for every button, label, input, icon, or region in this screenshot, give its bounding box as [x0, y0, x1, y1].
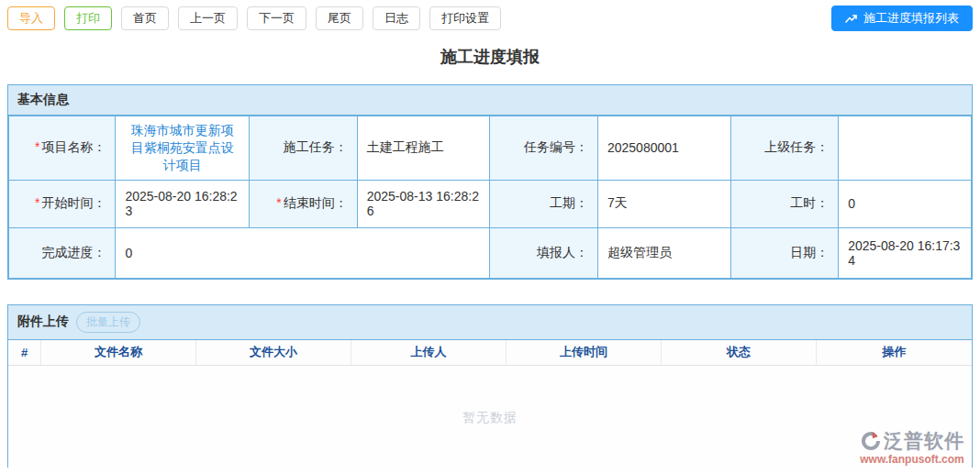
required-asterisk: * [35, 195, 39, 210]
end-time-value-cell: 2025-08-13 16:28:26 [357, 180, 490, 227]
col-file-size: 文件大小 [196, 340, 351, 365]
duration-value-cell: 7天 [597, 180, 730, 227]
vendor-brand-text: 泛普软件 [884, 431, 964, 450]
project-name-label: 项目名称： [41, 139, 106, 154]
work-hours-label: 工时： [790, 195, 829, 210]
col-status: 状态 [662, 340, 817, 365]
work-hours-value-cell: 0 [839, 180, 972, 227]
page-title: 施工进度填报 [0, 46, 980, 68]
col-actions: 操作 [817, 340, 972, 365]
parent-task-value-cell [839, 116, 972, 181]
vendor-url-text: www.fanpusoft.com [860, 454, 964, 465]
basic-info-section: 基本信息 *项目名称： 珠海市城市更新项目紫桐苑安置点设计项目 施工任务： 土建… [7, 84, 973, 280]
progress-label: 完成进度： [41, 245, 106, 259]
last-page-button[interactable]: 尾页 [316, 6, 363, 30]
project-name-label-cell: *项目名称： [9, 116, 116, 181]
progress-label-cell: 完成进度： [9, 227, 116, 278]
prev-page-button[interactable]: 上一页 [178, 6, 238, 30]
toolbar: 导入 打印 首页 上一页 下一页 尾页 日志 打印设置 施工进度填报列表 [0, 0, 980, 31]
end-time-label: 结束时间： [284, 195, 348, 210]
attachments-section: 附件上传 批量上传 # 文件名称 文件大小 上传人 上传时间 状态 操作 暂无数… [7, 304, 973, 468]
parent-task-label-cell: 上级任务： [730, 116, 838, 181]
batch-upload-button[interactable]: 批量上传 [76, 312, 140, 333]
fanpu-logo-icon [860, 430, 882, 452]
log-button[interactable]: 日志 [373, 6, 420, 30]
date-label-cell: 日期： [730, 227, 838, 278]
empty-state-text: 暂无数据 [462, 410, 518, 426]
project-name-link[interactable]: 珠海市城市更新项目紫桐苑安置点设计项目 [125, 122, 239, 174]
progress-report-list-button[interactable]: 施工进度填报列表 [831, 6, 973, 31]
work-hours-label-cell: 工时： [730, 180, 838, 227]
date-label: 日期： [790, 245, 829, 259]
end-time-label-cell: *结束时间： [250, 180, 357, 227]
progress-value-cell: 0 [116, 227, 490, 278]
date-value-cell: 2025-08-20 16:17:34 [839, 227, 972, 278]
basic-info-title: 基本信息 [17, 92, 69, 108]
vendor-watermark: 泛普软件 www.fanpusoft.com [860, 430, 964, 465]
basic-info-table: *项目名称： 珠海市城市更新项目紫桐苑安置点设计项目 施工任务： 土建工程施工 … [8, 116, 972, 279]
task-no-value-cell: 2025080001 [597, 116, 730, 181]
duration-label: 工期： [550, 195, 588, 210]
task-no-label: 任务编号： [524, 139, 588, 154]
col-file-name: 文件名称 [41, 340, 196, 365]
col-index: # [8, 340, 41, 365]
required-asterisk: * [276, 195, 281, 210]
import-button[interactable]: 导入 [7, 6, 55, 30]
task-no-label-cell: 任务编号： [490, 116, 597, 181]
reporter-label: 填报人： [537, 245, 588, 259]
duration-label-cell: 工期： [490, 180, 597, 227]
next-page-button[interactable]: 下一页 [247, 6, 306, 30]
col-uploader: 上传人 [351, 340, 507, 365]
attachments-table-header: # 文件名称 文件大小 上传人 上传时间 状态 操作 [8, 340, 972, 366]
print-button[interactable]: 打印 [64, 6, 112, 30]
start-time-label-cell: *开始时间： [9, 180, 116, 227]
progress-report-list-label: 施工进度填报列表 [863, 10, 959, 27]
start-time-label: 开始时间： [41, 195, 106, 210]
project-name-value-cell: 珠海市城市更新项目紫桐苑安置点设计项目 [116, 116, 250, 181]
trending-up-icon [845, 13, 858, 24]
parent-task-label: 上级任务： [764, 139, 829, 154]
attachments-empty-area: 暂无数据 [8, 366, 972, 470]
print-settings-button[interactable]: 打印设置 [429, 6, 501, 30]
col-upload-time: 上传时间 [507, 340, 662, 365]
reporter-label-cell: 填报人： [490, 227, 597, 278]
attachments-section-header: 附件上传 批量上传 [8, 305, 972, 340]
reporter-value-cell: 超级管理员 [597, 227, 730, 278]
basic-info-section-header: 基本信息 [8, 85, 972, 116]
attachments-title: 附件上传 [17, 314, 69, 330]
first-page-button[interactable]: 首页 [121, 6, 169, 30]
required-asterisk: * [35, 139, 39, 154]
task-value-cell: 土建工程施工 [357, 116, 490, 181]
task-label-cell: 施工任务： [250, 116, 357, 181]
task-label: 施工任务： [284, 139, 348, 154]
start-time-value-cell: 2025-08-20 16:28:23 [116, 180, 250, 227]
